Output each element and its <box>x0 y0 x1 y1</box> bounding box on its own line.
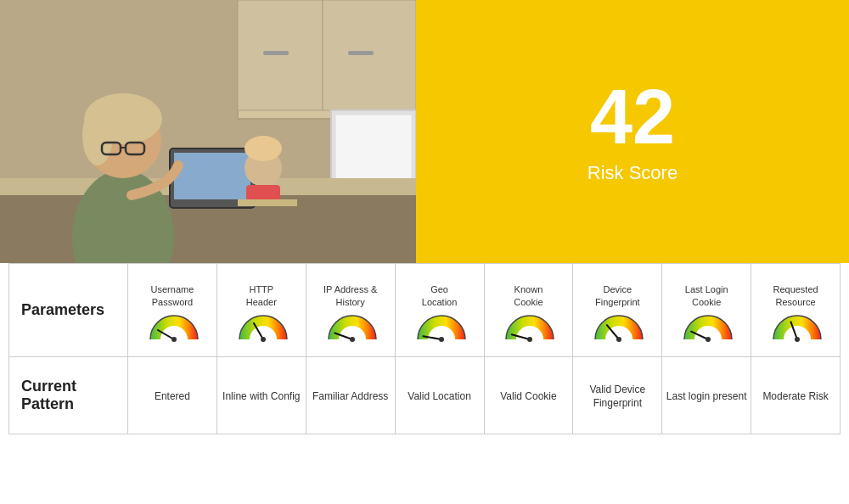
svg-point-16 <box>82 106 113 165</box>
pattern-cell-username-password: Entered <box>128 357 217 434</box>
param-label-known-cookie: Known Cookie <box>514 283 543 308</box>
gauge-username-password <box>148 313 197 340</box>
gauge-http-header <box>237 313 286 340</box>
pattern-value-username-password: Entered <box>155 390 190 404</box>
param-cell-geo-location: Geo Location <box>396 264 485 356</box>
pattern-cell-requested-resource: Moderate Risk <box>751 357 840 434</box>
risk-score-value: 42 <box>590 79 675 155</box>
kitchen-illustration <box>0 0 416 263</box>
svg-point-58 <box>706 337 711 342</box>
gauge-known-cookie <box>503 313 553 340</box>
pattern-value-requested-resource: Moderate Risk <box>762 390 828 404</box>
svg-point-43 <box>439 337 444 342</box>
gauge-requested-resource <box>771 313 820 340</box>
parameters-row: Parameters Username Password <box>9 264 840 357</box>
svg-rect-4 <box>263 51 289 55</box>
gauge-last-login-cookie <box>682 313 731 340</box>
param-cell-http-header: HTTP Header <box>217 264 306 356</box>
pattern-value-last-login-cookie: Last login present <box>666 390 747 404</box>
gauge-device-fingerprint <box>593 313 642 340</box>
pattern-cell-device-fingerprint: Valid Device Fingerprint <box>573 357 662 434</box>
param-label-ip-address: IP Address & History <box>323 283 377 308</box>
current-pattern-row: Current Pattern EnteredInline with Confi… <box>9 357 840 434</box>
pattern-value-ip-address: Familiar Address <box>312 390 388 404</box>
param-label-last-login-cookie: Last Login Cookie <box>685 283 728 308</box>
gauge-geo-location <box>415 313 464 340</box>
risk-score-label: Risk Score <box>588 162 678 184</box>
svg-point-21 <box>245 136 282 161</box>
pattern-cell-known-cookie: Valid Cookie <box>485 357 574 434</box>
param-cell-ip-address: IP Address & History <box>306 264 396 356</box>
pattern-value-known-cookie: Valid Cookie <box>500 390 556 404</box>
pattern-cell-http-header: Inline with Config <box>217 357 306 434</box>
pattern-cell-ip-address: Familiar Address <box>306 357 396 434</box>
risk-score-panel: 42 Risk Score <box>416 0 849 263</box>
parameters-label: Parameters <box>9 264 128 356</box>
param-cell-last-login-cookie: Last Login Cookie <box>662 264 751 356</box>
param-cell-requested-resource: Requested Resource <box>751 264 840 356</box>
param-cell-username-password: Username Password <box>128 264 217 356</box>
gauge-ip-address <box>326 313 375 340</box>
param-label-http-header: HTTP Header <box>246 283 277 308</box>
pattern-value-device-fingerprint: Valid Device Fingerprint <box>576 384 658 410</box>
pattern-value-http-header: Inline with Config <box>222 390 300 404</box>
svg-point-38 <box>350 337 355 342</box>
param-label-requested-resource: Requested Resource <box>773 283 818 308</box>
svg-point-48 <box>527 337 532 342</box>
svg-point-63 <box>795 337 800 342</box>
svg-point-53 <box>616 337 621 342</box>
pattern-value-geo-location: Valid Location <box>408 390 471 404</box>
svg-point-28 <box>171 337 177 342</box>
param-cell-device-fingerprint: Device Fingerprint <box>573 264 662 356</box>
param-cell-known-cookie: Known Cookie <box>485 264 574 356</box>
param-label-geo-location: Geo Location <box>422 283 458 308</box>
current-pattern-label: Current Pattern <box>9 357 128 434</box>
svg-rect-12 <box>174 153 250 199</box>
param-label-username-password: Username Password <box>151 283 194 308</box>
param-label-device-fingerprint: Device Fingerprint <box>595 283 640 308</box>
pattern-cell-geo-location: Valid Location <box>396 357 485 434</box>
hero-photo <box>0 0 416 263</box>
svg-point-33 <box>261 337 266 342</box>
svg-rect-7 <box>335 115 412 182</box>
svg-rect-5 <box>348 51 374 55</box>
parameters-table: Parameters Username Password <box>8 263 841 434</box>
svg-rect-23 <box>238 199 297 206</box>
pattern-cell-last-login-cookie: Last login present <box>662 357 751 434</box>
